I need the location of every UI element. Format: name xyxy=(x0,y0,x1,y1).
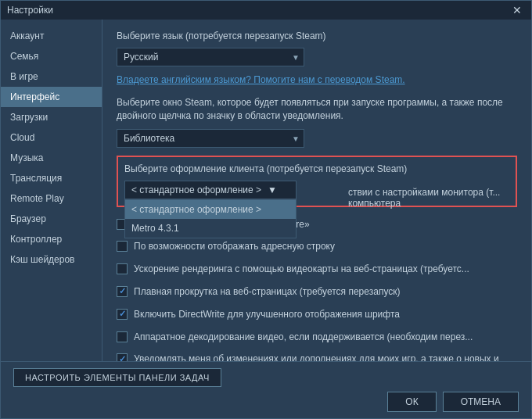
checkbox-directwrite-label: Включить DirectWrite для улучшенного ото… xyxy=(134,308,400,321)
language-select[interactable]: Русский xyxy=(117,48,304,66)
checkbox-hwvideo-label: Аппаратное декодирование видео, если под… xyxy=(134,331,473,344)
theme-dropdown-list: < стандартное оформление > Metro 4.3.1 xyxy=(124,199,297,238)
theme-dropdown-arrow: ▼ xyxy=(268,184,277,195)
theme-option-0[interactable]: < стандартное оформление > xyxy=(125,200,296,219)
sidebar-item-account[interactable]: Аккаунт xyxy=(1,26,102,46)
checkbox-notify-label: Уведомлять меня об изменениях или дополн… xyxy=(134,353,517,361)
checkbox-hwaccel-label: Ускорение рендеринга с помощью видеокарт… xyxy=(134,263,469,276)
window-title: Настройки xyxy=(7,5,53,16)
sidebar-item-downloads[interactable]: Загрузки xyxy=(1,107,102,127)
checkbox-row-4: Включить DirectWrite для улучшенного ото… xyxy=(117,306,517,323)
sidebar: Аккаунт Семья В игре Интерфейс Загрузки … xyxy=(1,20,102,361)
theme-dropdown-container: < стандартное оформление > ▼ < стандартн… xyxy=(124,181,297,199)
sidebar-item-family[interactable]: Семья xyxy=(1,46,102,66)
title-bar: Настройки ✕ xyxy=(1,1,531,20)
sidebar-item-broadcast[interactable]: Трансляция xyxy=(1,168,102,188)
sidebar-item-remoteplay[interactable]: Remote Play xyxy=(1,188,102,209)
checkbox-row-6: Уведомлять меня об изменениях или дополн… xyxy=(117,351,517,361)
close-button[interactable]: ✕ xyxy=(509,4,525,16)
cancel-button[interactable]: ОТМЕНА xyxy=(443,392,519,412)
sidebar-item-music[interactable]: Музыка xyxy=(1,148,102,168)
sidebar-item-ingame[interactable]: В игре xyxy=(1,66,102,87)
checkbox-row-2: Ускорение рендеринга с помощью видеокарт… xyxy=(117,261,517,278)
checkbox-notify[interactable] xyxy=(117,353,128,361)
checkbox-addressbar-label: По возможности отображать адресную строк… xyxy=(134,240,335,253)
resolution-note-line2: компьютера xyxy=(348,198,401,209)
checkbox-hwvideo[interactable] xyxy=(117,331,128,342)
language-label: Выберите язык (потребуется перезапуск St… xyxy=(117,30,517,41)
checkbox-smoothscroll[interactable] xyxy=(117,286,128,297)
resolution-note: ствии с настройками монитора (т... компь… xyxy=(348,187,505,209)
dialog-buttons: ОК ОТМЕНА xyxy=(13,392,519,412)
language-select-wrapper: Русский ▼ xyxy=(117,48,304,66)
checkbox-directwrite[interactable] xyxy=(117,309,128,320)
main-content: Выберите язык (потребуется перезапуск St… xyxy=(102,20,531,361)
checkbox-row-5: Аппаратное декодирование видео, если под… xyxy=(117,329,517,346)
sidebar-item-interface[interactable]: Интерфейс xyxy=(1,87,102,107)
checkbox-row-3: Плавная прокрутка на веб-страницах (треб… xyxy=(117,284,517,300)
sidebar-item-browser[interactable]: Браузер xyxy=(1,209,102,229)
theme-option-1[interactable]: Metro 4.3.1 xyxy=(125,219,296,238)
window-select-wrapper: Библиотека ▼ xyxy=(117,129,304,148)
settings-window: Настройки ✕ Аккаунт Семья В игре Интерфе… xyxy=(0,0,532,419)
bottom-bar: НАСТРОИТЬ ЭЛЕМЕНТЫ ПАНЕЛИ ЗАДАЧ ОК ОТМЕН… xyxy=(1,361,531,418)
content-area: Аккаунт Семья В игре Интерфейс Загрузки … xyxy=(1,20,531,361)
ok-button[interactable]: ОК xyxy=(387,392,436,412)
window-select[interactable]: Библиотека xyxy=(117,129,304,148)
theme-section: Выберите оформление клиента (потребуется… xyxy=(117,156,517,207)
translation-link[interactable]: Владеете английским языком? Помогите нам… xyxy=(117,74,517,85)
resolution-note-line1: ствии с настройками монитора (т... xyxy=(348,187,500,198)
sidebar-item-cloud[interactable]: Cloud xyxy=(1,127,102,148)
sidebar-item-shadercache[interactable]: Кэш шейдеров xyxy=(1,249,102,270)
checkbox-smoothscroll-label: Плавная прокрутка на веб-страницах (треб… xyxy=(134,285,401,299)
taskbar-configure-button[interactable]: НАСТРОИТЬ ЭЛЕМЕНТЫ ПАНЕЛИ ЗАДАЧ xyxy=(13,368,221,387)
theme-dropdown-value: < стандартное оформление > xyxy=(131,184,261,195)
window-section-description: Выберите окно Steam, которое будет появл… xyxy=(117,96,517,123)
sidebar-item-controller[interactable]: Контроллер xyxy=(1,229,102,249)
theme-label: Выберите оформление клиента (потребуется… xyxy=(124,163,509,174)
checkbox-addressbar[interactable] xyxy=(117,241,128,252)
checkbox-hwaccel[interactable] xyxy=(117,263,128,274)
checkbox-row-1: По возможности отображать адресную строк… xyxy=(117,238,517,255)
theme-dropdown-trigger[interactable]: < стандартное оформление > ▼ xyxy=(124,181,297,199)
